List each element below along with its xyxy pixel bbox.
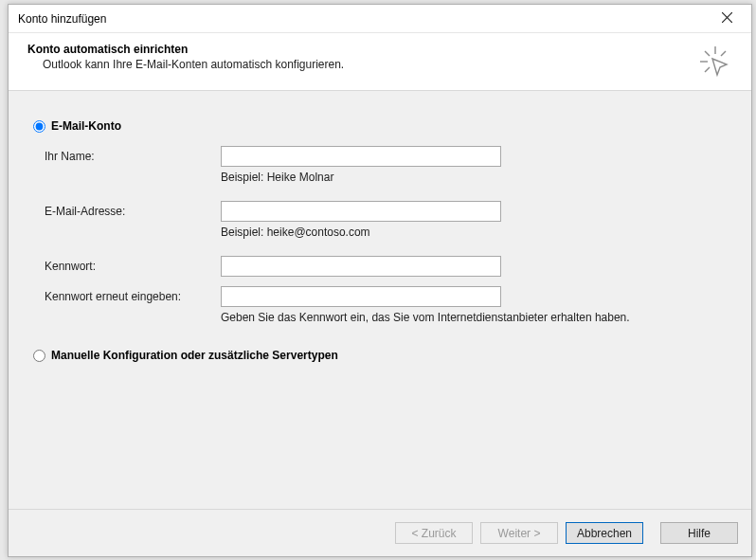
email-form: Ihr Name: Beispiel: Heike Molnar E-Mail-…	[45, 146, 730, 324]
label-password: Kennwort:	[45, 260, 221, 273]
header-heading: Konto automatisch einrichten	[27, 43, 344, 56]
hint-password: Geben Sie das Kennwort ein, das Sie vom …	[221, 311, 730, 324]
label-password-confirm: Kennwort erneut eingeben:	[45, 290, 221, 303]
radio-manual[interactable]	[33, 350, 45, 362]
next-button: Weiter >	[480, 522, 558, 544]
input-password-confirm[interactable]	[221, 286, 501, 307]
input-email[interactable]	[221, 201, 501, 222]
svg-line-6	[705, 67, 710, 72]
help-button[interactable]: Hilfe	[660, 522, 738, 544]
dialog-footer: < Zurück Weiter > Abbrechen Hilfe	[9, 509, 751, 556]
option-manual[interactable]: Manuelle Konfiguration oder zusätzliche …	[33, 349, 730, 362]
hint-email: Beispiel: heike@contoso.com	[221, 226, 730, 239]
row-name: Ihr Name:	[45, 146, 730, 167]
radio-email-account-label: E-Mail-Konto	[51, 119, 121, 133]
option-email-account[interactable]: E-Mail-Konto	[33, 119, 730, 133]
window-title: Konto hinzufügen	[18, 12, 106, 26]
svg-line-4	[705, 51, 710, 56]
back-button: < Zurück	[395, 522, 473, 544]
input-name[interactable]	[221, 146, 501, 167]
close-icon	[722, 12, 732, 26]
cursor-click-icon	[698, 45, 732, 79]
hint-name: Beispiel: Heike Molnar	[221, 171, 730, 184]
cancel-button[interactable]: Abbrechen	[566, 522, 643, 544]
close-button[interactable]	[708, 6, 746, 32]
add-account-dialog: Konto hinzufügen Konto automatisch einri…	[8, 4, 752, 557]
input-password[interactable]	[221, 256, 501, 277]
header-text: Konto automatisch einrichten Outlook kan…	[27, 43, 344, 71]
label-name: Ihr Name:	[45, 150, 221, 163]
radio-email-account[interactable]	[33, 120, 45, 133]
row-password-confirm: Kennwort erneut eingeben:	[45, 286, 730, 307]
titlebar: Konto hinzufügen	[9, 5, 751, 33]
header-subheading: Outlook kann Ihre E-Mail-Konten automati…	[43, 58, 344, 71]
row-password: Kennwort:	[45, 256, 730, 277]
radio-manual-label: Manuelle Konfiguration oder zusätzliche …	[51, 349, 338, 362]
row-email: E-Mail-Adresse:	[45, 201, 730, 222]
dialog-content: E-Mail-Konto Ihr Name: Beispiel: Heike M…	[9, 91, 751, 509]
svg-line-5	[721, 51, 726, 56]
label-email: E-Mail-Adresse:	[45, 205, 221, 218]
dialog-header: Konto automatisch einrichten Outlook kan…	[9, 33, 751, 91]
